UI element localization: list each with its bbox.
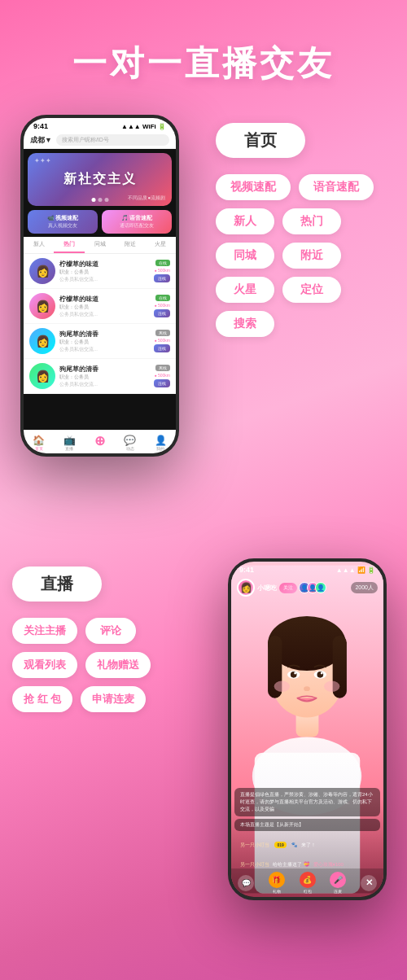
mic-icon-btn[interactable]: 🎤 连麦 bbox=[330, 872, 346, 894]
user-item-3[interactable]: 👩 狗尾草的清香 职业：公务员 公务员私信交流... 离线 ● 500km 连线 bbox=[24, 324, 176, 359]
tab-new[interactable]: 新人 bbox=[24, 237, 54, 253]
user-item-4[interactable]: 👩 狗尾草的清香 职业：公务员 公务员私信交流... 离线 ● 500km 连线 bbox=[24, 359, 176, 394]
connect-btn-4[interactable]: 连线 bbox=[154, 379, 170, 387]
home-features-panel: 首页 视频速配 语音速配 新人 热门 同城 附近 火星 定位 搜索 bbox=[216, 123, 395, 337]
close-icon-btn[interactable]: ✕ bbox=[361, 875, 377, 891]
time-display-1: 9:41 bbox=[33, 122, 48, 130]
chat-text-3: 来了！ bbox=[301, 842, 316, 847]
home-section-badge: 首页 bbox=[216, 123, 305, 158]
chat-bubble-2: 本场直播主题是【从新开始】 bbox=[234, 819, 380, 831]
feature-comment[interactable]: 评论 bbox=[85, 618, 136, 644]
live-time: 9:41 bbox=[239, 566, 254, 574]
live-follow-btn[interactable]: 关注 bbox=[279, 583, 297, 593]
tab-hot[interactable]: 热门 bbox=[54, 237, 84, 253]
user-avatar-2: 👩 bbox=[29, 293, 55, 319]
live-phone-screen: 9:41 ▲▲▲ 📶 🔋 👩 小嗯吃 关注 👤 👤 👤 bbox=[231, 562, 383, 897]
user-desc-2: 公务员私信交流... bbox=[59, 311, 150, 318]
gift-icon-btn[interactable]: 🎁 礼物 bbox=[269, 872, 285, 894]
banner-main-text: 新社交主义 bbox=[63, 171, 137, 188]
svg-point-14 bbox=[304, 686, 310, 691]
feature-gift[interactable]: 礼物赠送 bbox=[85, 652, 151, 678]
connect-btn-2[interactable]: 连线 bbox=[154, 309, 170, 317]
phone-banner: ✦✦✦ 新社交主义 不同品质●流频剧 bbox=[28, 153, 172, 206]
feature-view-list[interactable]: 观看列表 bbox=[12, 652, 77, 678]
live-top-bar: 👩 小嗯吃 关注 👤 👤 👤 2000人 bbox=[231, 576, 383, 599]
user-desc-3: 公务员私信交流... bbox=[59, 346, 150, 353]
user-job-2: 职业：公务员 bbox=[59, 304, 150, 311]
user-job-4: 职业：公务员 bbox=[59, 374, 150, 381]
chat-bubble-1: 直播提倡绿色直播，严禁涉黄、涉赌、涉毒等内容，遮背24小时巡查，请勿梦与直播相关… bbox=[234, 788, 380, 816]
feature-video-match[interactable]: 视频速配 bbox=[216, 174, 291, 200]
distance-2: ● 500km bbox=[155, 303, 170, 308]
feature-city[interactable]: 同城 bbox=[216, 243, 274, 269]
feature-mars[interactable]: 火星 bbox=[216, 277, 274, 303]
viewer-count: 2000人 bbox=[351, 582, 378, 593]
tab-nearby[interactable]: 附近 bbox=[115, 237, 145, 253]
search-bar[interactable]: 搜索用户昵称/ID号 bbox=[56, 134, 169, 146]
feature-audio-match[interactable]: 语音速配 bbox=[299, 174, 374, 200]
status-bar-1: 9:41 ▲▲▲ WiFi 🔋 bbox=[24, 118, 176, 132]
connect-btn-3[interactable]: 连线 bbox=[154, 344, 170, 352]
user-item-2[interactable]: 👩 柠檬草的味道 职业：公务员 公务员私信交流... 在线 ● 500km 连线 bbox=[24, 289, 176, 324]
feature-red-packet[interactable]: 抢 红 包 bbox=[12, 686, 72, 712]
bottom-nav-profile[interactable]: 👤我的 bbox=[146, 435, 176, 451]
video-match-btn[interactable]: 📹 视频速配 真人视频交友 bbox=[28, 210, 98, 234]
tab-city[interactable]: 同城 bbox=[85, 237, 115, 253]
svg-point-13 bbox=[321, 672, 323, 675]
banner-dots bbox=[91, 198, 108, 202]
user-name-1: 柠檬草的味道 bbox=[59, 260, 150, 269]
distance-1: ● 500km bbox=[155, 268, 170, 273]
signal-icons-1: ▲▲▲ WiFi 🔋 bbox=[121, 123, 166, 130]
user-name-3: 狗尾草的清香 bbox=[59, 330, 150, 339]
live-features-panel: 直播 关注主播 评论 观看列表 礼物赠送 抢 红 包 申请连麦 bbox=[12, 567, 191, 712]
chat-text-4: 给给主播送了 bbox=[273, 862, 304, 867]
bottom-nav-home[interactable]: 🏠首页 bbox=[24, 435, 54, 451]
chat-icon-btn[interactable]: 💬 bbox=[238, 875, 254, 891]
phone-mockup-1: 9:41 ▲▲▲ WiFi 🔋 成都▼ 搜索用户昵称/ID号 ✦✦✦ 新社交主义… bbox=[20, 115, 179, 457]
chat-user-4: 另一只小叮当 bbox=[240, 862, 269, 867]
feature-location[interactable]: 定位 bbox=[282, 277, 341, 303]
bottom-nav-center[interactable]: ⊕ bbox=[85, 435, 115, 451]
feature-follow-streamer[interactable]: 关注主播 bbox=[12, 618, 77, 644]
connect-btn-1[interactable]: 连线 bbox=[154, 274, 170, 282]
chat-paw-icon: 🐾 bbox=[291, 842, 297, 847]
redpacket-icon-btn[interactable]: 💰 红包 bbox=[300, 872, 316, 894]
status-offline-4: 离线 bbox=[155, 365, 170, 371]
quick-buttons: 📹 视频速配 真人视频交友 🎵 语音速配 通话即匹配交友 bbox=[24, 210, 176, 237]
live-section-badge: 直播 bbox=[12, 567, 102, 602]
distance-3: ● 500km bbox=[155, 338, 170, 343]
user-list: 👩 柠檬草的味道 职业：公务员 公务员私信交流... 在线 ● 500km 连线… bbox=[24, 254, 176, 394]
phone-mockup-2: 9:41 ▲▲▲ 📶 🔋 👩 小嗯吃 关注 👤 👤 👤 bbox=[228, 558, 387, 900]
app-container: 一对一直播交友 9:41 ▲▲▲ WiFi 🔋 成都▼ 搜索用户昵称/ID号 ✦… bbox=[0, 0, 407, 980]
live-bottom-bar: 💬 🎁 礼物 💰 红包 🎤 连麦 ✕ bbox=[231, 868, 383, 897]
live-chat-area: 直播提倡绿色直播，严禁涉黄、涉赌、涉毒等内容，遮背24小时巡查，请勿梦与直播相关… bbox=[234, 788, 380, 871]
feature-search[interactable]: 搜索 bbox=[216, 311, 274, 337]
status-online-1: 在线 bbox=[155, 260, 170, 266]
location-display[interactable]: 成都▼ bbox=[30, 135, 52, 146]
live-user-avatar: 👩 bbox=[237, 579, 255, 597]
audio-match-btn[interactable]: 🎵 语音速配 通话即匹配交友 bbox=[102, 210, 172, 234]
distance-4: ● 500km bbox=[155, 373, 170, 378]
user-name-2: 柠檬草的味道 bbox=[59, 295, 150, 304]
feature-section: 9:41 ▲▲▲ WiFi 🔋 成都▼ 搜索用户昵称/ID号 ✦✦✦ 新社交主义… bbox=[0, 111, 407, 534]
bottom-nav-dynamic[interactable]: 💬动态 bbox=[115, 435, 145, 451]
live-signal: ▲▲▲ 📶 🔋 bbox=[336, 567, 375, 574]
bottom-nav-live[interactable]: 📺直播 bbox=[54, 435, 84, 451]
feature-new[interactable]: 新人 bbox=[216, 208, 274, 234]
chat-bubble-3: 另一只小叮当 019 🐾 来了！ bbox=[234, 833, 380, 851]
title-section: 一对一直播交友 bbox=[0, 0, 407, 111]
feature-connect-mic[interactable]: 申请连麦 bbox=[81, 686, 146, 712]
user-job-3: 职业：公务员 bbox=[59, 339, 150, 346]
phone-nav-1: 成都▼ 搜索用户昵称/ID号 bbox=[24, 132, 176, 149]
banner-stars: ✦✦✦ bbox=[34, 157, 51, 164]
feature-hot[interactable]: 热门 bbox=[282, 208, 341, 234]
user-job-1: 职业：公务员 bbox=[59, 269, 150, 276]
svg-point-16 bbox=[324, 681, 339, 692]
live-section: 直播 关注主播 评论 观看列表 礼物赠送 抢 红 包 申请连麦 bbox=[0, 550, 407, 941]
chat-text-1: 直播提倡绿色直播，严禁涉黄、涉赌、涉毒等内容，遮背24小时巡查，请勿梦与直播相关… bbox=[240, 791, 374, 813]
user-item-1[interactable]: 👩 柠檬草的味道 职业：公务员 公务员私信交流... 在线 ● 500km 连线 bbox=[24, 254, 176, 289]
tab-mars[interactable]: 火星 bbox=[146, 237, 176, 253]
user-avatar-4: 👩 bbox=[29, 363, 55, 389]
user-avatar-1: 👩 bbox=[29, 258, 55, 284]
feature-nearby[interactable]: 附近 bbox=[282, 243, 341, 269]
